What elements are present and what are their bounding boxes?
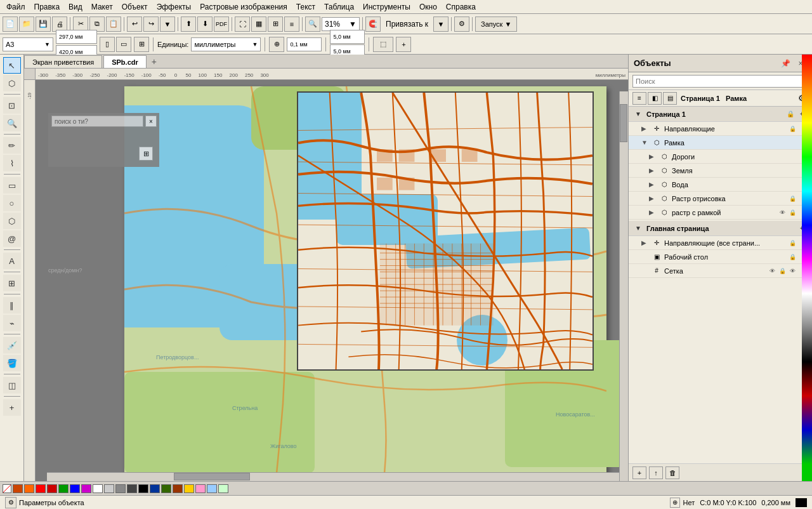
color-swatch-darkgreen[interactable]	[161, 484, 171, 493]
undo-list-button[interactable]: ▼	[160, 17, 175, 32]
zoom-input[interactable]: 31% ▼	[322, 17, 360, 31]
zoom-out-button[interactable]: 🔍	[305, 17, 320, 32]
vscroll-thumb[interactable]	[620, 104, 627, 142]
page1-expand[interactable]: ▼	[634, 110, 643, 119]
color-swatch-lightblue[interactable]	[207, 484, 217, 493]
obj-params-icon[interactable]: ⚙	[5, 497, 16, 508]
freehand-tool[interactable]: ✏	[3, 137, 21, 154]
options-button[interactable]: ⚙	[454, 17, 469, 32]
view-btn3[interactable]: ⊞	[268, 17, 283, 32]
panel-tab-layers[interactable]: ≡	[632, 92, 646, 105]
layer-guides[interactable]: ▶ ✛ Направляющие 🔒 |	[629, 122, 812, 136]
grid-lock-icon[interactable]: 🔒	[778, 267, 787, 275]
grid-eye-icon[interactable]: 👁	[768, 267, 776, 275]
new-tab-button[interactable]: +	[148, 55, 160, 68]
canvas-drawing-area[interactable]: Петродворцов... Стрельна Кудрово Новосар…	[36, 80, 628, 481]
save-button[interactable]: 💾	[36, 17, 51, 32]
guides-expand[interactable]: ▶	[641, 125, 649, 132]
frame-expand[interactable]: ▼	[641, 139, 649, 146]
new-button[interactable]: 📄	[3, 17, 18, 32]
undo-button[interactable]: ↩	[127, 17, 142, 32]
spiral-tool[interactable]: @	[3, 230, 21, 247]
raster2-eye-icon[interactable]: 👁	[778, 208, 787, 217]
menu-effects[interactable]: Эффекты	[153, 1, 195, 13]
menu-view[interactable]: Вид	[65, 1, 86, 13]
color-swatch-gray[interactable]	[115, 484, 126, 493]
menu-bitmap[interactable]: Растровые изображения	[196, 1, 291, 13]
parallel-tool[interactable]: ∥	[3, 297, 21, 314]
ellipse-tool[interactable]: ○	[3, 195, 21, 211]
color-swatch-red[interactable]	[36, 484, 46, 493]
color-swatch-pink[interactable]	[195, 484, 206, 493]
add-tool[interactable]: +	[3, 399, 21, 416]
fullscreen-button[interactable]: ⛶	[235, 17, 250, 32]
raster2-expand[interactable]: ▶	[649, 209, 657, 216]
color-swatch-navy[interactable]	[150, 484, 160, 493]
layer-desktop[interactable]: ▣ Рабочий стол 🔒 |	[629, 250, 812, 264]
master-expand[interactable]: ▼	[634, 224, 643, 233]
search-close-btn[interactable]: ×	[145, 116, 157, 127]
menu-window[interactable]: Окно	[416, 1, 441, 13]
open-button[interactable]: 📁	[19, 17, 34, 32]
guides-all-lock-icon[interactable]: 🔒	[788, 239, 797, 248]
color-swatch-blue[interactable]	[70, 484, 80, 493]
transform-btn[interactable]: ⊞	[139, 147, 153, 161]
color-swatch-purple[interactable]	[81, 484, 91, 493]
layer-raster1[interactable]: ▶ ⬡ Растр отрисовка 🔒 |	[629, 192, 812, 206]
land-expand[interactable]: ▶	[649, 167, 657, 174]
page-settings-button[interactable]: ⊞	[134, 37, 149, 52]
roads-expand[interactable]: ▶	[649, 153, 657, 160]
layer-roads[interactable]: ▶ ⬡ Дороги |	[629, 150, 812, 164]
menu-table[interactable]: Таблица	[320, 1, 358, 13]
crop-tool[interactable]: ⊡	[3, 97, 21, 114]
panel-tab-properties[interactable]: ▤	[663, 92, 677, 105]
menu-tools[interactable]: Инструменты	[359, 1, 414, 13]
welcome-tab[interactable]: Экран приветствия	[24, 55, 102, 68]
launch-button[interactable]: Запуск ▼	[475, 17, 517, 32]
units-select[interactable]: миллиметры ▼	[191, 37, 261, 51]
smart-draw-tool[interactable]: ⌇	[3, 155, 21, 171]
text-tool[interactable]: A	[3, 253, 21, 269]
grid-eye2-icon[interactable]: 👁	[788, 267, 797, 275]
connector-tool[interactable]: ⌁	[3, 315, 21, 331]
nudge-input[interactable]: 0,1 мм	[287, 37, 322, 51]
vertical-scrollbar[interactable]	[619, 91, 628, 481]
panel-delete-layer-button[interactable]: 🗑	[665, 466, 679, 479]
view-btn4[interactable]: ≡	[284, 17, 299, 32]
panel-add-layer-button[interactable]: +	[632, 466, 646, 479]
paste-button[interactable]: 📋	[106, 17, 121, 32]
polygon-tool[interactable]: ⬡	[3, 213, 21, 229]
page-border-button[interactable]: ⬚	[373, 37, 393, 52]
menu-layout[interactable]: Макет	[88, 1, 117, 13]
color-swatch-yellow[interactable]	[184, 484, 194, 493]
snap-dropdown[interactable]: ▼	[433, 17, 449, 32]
select-tool[interactable]: ↖	[3, 57, 21, 74]
color-swatch-brown[interactable]	[13, 484, 23, 493]
rect-tool[interactable]: ▭	[3, 177, 21, 194]
page-size-select[interactable]: A3 ▼	[3, 37, 53, 51]
desktop-lock-icon[interactable]: 🔒	[788, 253, 797, 261]
import-button[interactable]: ⬆	[181, 17, 196, 32]
master-page-header[interactable]: ▼ Главная страница +	[629, 221, 812, 236]
menu-object[interactable]: Объект	[118, 1, 152, 13]
layer-land[interactable]: ▶ ⬡ Земля |	[629, 164, 812, 178]
menu-edit[interactable]: Правка	[30, 1, 64, 13]
panel-tab-objects[interactable]: ◧	[648, 92, 662, 105]
canvas-area[interactable]: -300 -350 -300 -250 -200 -150 -100 -50 0…	[24, 69, 628, 481]
shape-tool[interactable]: ⬡	[3, 75, 21, 91]
layer-raster2[interactable]: ▶ ⬡ растр с рамкой 👁 🔒 |	[629, 206, 812, 220]
raster1-expand[interactable]: ▶	[649, 195, 657, 202]
color-swatch-lightgreen[interactable]	[218, 484, 228, 493]
landscape-button[interactable]: ▭	[116, 37, 131, 52]
color-swatch-darkred[interactable]	[47, 484, 57, 493]
add-page-button[interactable]: +	[396, 37, 411, 52]
search-field[interactable]: поиск о ти?	[51, 116, 143, 127]
menu-help[interactable]: Справка	[442, 1, 480, 13]
objects-search-input[interactable]	[632, 75, 808, 88]
menu-text[interactable]: Текст	[292, 1, 319, 13]
color-swatch-black[interactable]	[138, 484, 148, 493]
fill-tool[interactable]: 🪣	[3, 355, 21, 371]
portrait-button[interactable]: ▯	[100, 37, 115, 52]
color-swatch-white[interactable]	[93, 484, 103, 493]
raster1-lock-icon[interactable]: 🔒	[788, 194, 797, 203]
